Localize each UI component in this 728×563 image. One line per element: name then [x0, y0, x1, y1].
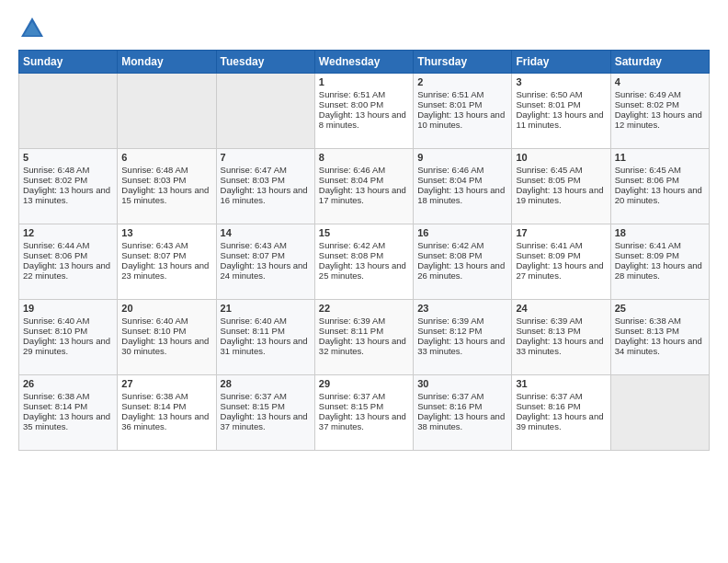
daylight-text: Daylight: 13 hours and 37 minutes.	[221, 411, 308, 431]
calendar-week-row: 1Sunrise: 6:51 AMSunset: 8:00 PMDaylight…	[19, 74, 710, 149]
calendar-cell: 18Sunrise: 6:41 AMSunset: 8:09 PMDayligh…	[610, 224, 709, 300]
day-number: 21	[221, 303, 311, 314]
daylight-text: Daylight: 13 hours and 36 minutes.	[121, 411, 209, 431]
day-number: 31	[516, 378, 606, 389]
calendar-cell: 27Sunrise: 6:38 AMSunset: 8:14 PMDayligh…	[118, 375, 216, 451]
sunrise-text: Sunrise: 6:39 AM	[516, 316, 582, 326]
header	[18, 15, 710, 42]
calendar-cell: 31Sunrise: 6:37 AMSunset: 8:16 PMDayligh…	[512, 375, 610, 451]
sunset-text: Sunset: 8:15 PM	[221, 401, 285, 411]
sunrise-text: Sunrise: 6:41 AM	[615, 240, 681, 250]
calendar-cell: 16Sunrise: 6:42 AMSunset: 8:08 PMDayligh…	[414, 224, 512, 300]
calendar-cell	[118, 74, 216, 149]
day-number: 28	[221, 378, 311, 389]
daylight-text: Daylight: 13 hours and 33 minutes.	[417, 336, 505, 356]
daylight-text: Daylight: 13 hours and 30 minutes.	[121, 336, 209, 356]
calendar-cell: 1Sunrise: 6:51 AMSunset: 8:00 PMDaylight…	[314, 74, 413, 149]
daylight-text: Daylight: 13 hours and 33 minutes.	[516, 336, 603, 356]
day-number: 5	[23, 152, 113, 163]
calendar-cell: 9Sunrise: 6:46 AMSunset: 8:04 PMDaylight…	[414, 149, 512, 224]
daylight-text: Daylight: 13 hours and 10 minutes.	[417, 109, 505, 130]
day-number: 15	[319, 227, 409, 238]
sunrise-text: Sunrise: 6:46 AM	[417, 165, 483, 175]
sunrise-text: Sunrise: 6:37 AM	[516, 391, 582, 401]
logo-icon	[18, 15, 46, 42]
logo	[18, 15, 50, 42]
daylight-text: Daylight: 13 hours and 22 minutes.	[23, 260, 110, 281]
sunset-text: Sunset: 8:13 PM	[516, 326, 580, 336]
day-number: 13	[121, 227, 211, 238]
day-number: 23	[417, 303, 507, 314]
calendar-cell: 26Sunrise: 6:38 AMSunset: 8:14 PMDayligh…	[19, 375, 118, 451]
sunset-text: Sunset: 8:02 PM	[615, 99, 679, 109]
day-number: 16	[417, 227, 507, 238]
calendar-cell: 17Sunrise: 6:41 AMSunset: 8:09 PMDayligh…	[512, 224, 610, 300]
daylight-text: Daylight: 13 hours and 24 minutes.	[221, 260, 308, 281]
sunset-text: Sunset: 8:06 PM	[615, 175, 679, 185]
sunset-text: Sunset: 8:09 PM	[516, 250, 580, 260]
day-number: 8	[319, 152, 409, 163]
day-number: 14	[221, 227, 311, 238]
sunrise-text: Sunrise: 6:40 AM	[221, 316, 287, 326]
daylight-text: Daylight: 13 hours and 32 minutes.	[319, 336, 406, 356]
sunrise-text: Sunrise: 6:45 AM	[615, 165, 681, 175]
calendar-cell: 20Sunrise: 6:40 AMSunset: 8:10 PMDayligh…	[118, 300, 216, 375]
sunrise-text: Sunrise: 6:49 AM	[615, 89, 681, 99]
day-number: 27	[121, 378, 211, 389]
col-header-monday: Monday	[118, 51, 216, 74]
sunset-text: Sunset: 8:04 PM	[417, 175, 482, 185]
day-number: 19	[23, 303, 113, 314]
day-number: 11	[615, 152, 705, 163]
sunset-text: Sunset: 8:14 PM	[121, 401, 186, 411]
sunset-text: Sunset: 8:11 PM	[221, 326, 285, 336]
daylight-text: Daylight: 13 hours and 37 minutes.	[319, 411, 406, 431]
calendar-cell	[216, 74, 314, 149]
calendar-cell: 2Sunrise: 6:51 AMSunset: 8:01 PMDaylight…	[414, 74, 512, 149]
sunset-text: Sunset: 8:11 PM	[319, 326, 383, 336]
daylight-text: Daylight: 13 hours and 31 minutes.	[221, 336, 308, 356]
sunset-text: Sunset: 8:15 PM	[319, 401, 383, 411]
sunset-text: Sunset: 8:00 PM	[319, 99, 383, 109]
calendar-cell: 4Sunrise: 6:49 AMSunset: 8:02 PMDaylight…	[610, 74, 709, 149]
calendar-cell: 7Sunrise: 6:47 AMSunset: 8:03 PMDaylight…	[216, 149, 314, 224]
daylight-text: Daylight: 13 hours and 15 minutes.	[121, 185, 209, 205]
calendar-cell: 19Sunrise: 6:40 AMSunset: 8:10 PMDayligh…	[19, 300, 118, 375]
calendar-table: SundayMondayTuesdayWednesdayThursdayFrid…	[18, 50, 710, 451]
sunset-text: Sunset: 8:07 PM	[221, 250, 285, 260]
sunset-text: Sunset: 8:08 PM	[319, 250, 383, 260]
daylight-text: Daylight: 13 hours and 12 minutes.	[615, 109, 702, 130]
day-number: 12	[23, 227, 113, 238]
sunset-text: Sunset: 8:02 PM	[23, 175, 87, 185]
daylight-text: Daylight: 13 hours and 20 minutes.	[615, 185, 702, 205]
daylight-text: Daylight: 13 hours and 26 minutes.	[417, 260, 505, 281]
calendar-week-row: 26Sunrise: 6:38 AMSunset: 8:14 PMDayligh…	[19, 375, 710, 451]
page: SundayMondayTuesdayWednesdayThursdayFrid…	[0, 0, 728, 460]
sunset-text: Sunset: 8:10 PM	[23, 326, 87, 336]
calendar-cell: 12Sunrise: 6:44 AMSunset: 8:06 PMDayligh…	[19, 224, 118, 300]
calendar-week-row: 19Sunrise: 6:40 AMSunset: 8:10 PMDayligh…	[19, 300, 710, 375]
sunrise-text: Sunrise: 6:44 AM	[23, 240, 89, 250]
day-number: 7	[221, 152, 311, 163]
daylight-text: Daylight: 13 hours and 29 minutes.	[23, 336, 110, 356]
sunrise-text: Sunrise: 6:51 AM	[417, 89, 483, 99]
calendar-week-row: 12Sunrise: 6:44 AMSunset: 8:06 PMDayligh…	[19, 224, 710, 300]
daylight-text: Daylight: 13 hours and 19 minutes.	[516, 185, 603, 205]
calendar-cell: 25Sunrise: 6:38 AMSunset: 8:13 PMDayligh…	[610, 300, 709, 375]
day-number: 29	[319, 378, 409, 389]
daylight-text: Daylight: 13 hours and 28 minutes.	[615, 260, 702, 281]
calendar-cell: 28Sunrise: 6:37 AMSunset: 8:15 PMDayligh…	[216, 375, 314, 451]
calendar-cell	[610, 375, 709, 451]
sunrise-text: Sunrise: 6:42 AM	[319, 240, 385, 250]
sunrise-text: Sunrise: 6:45 AM	[516, 165, 582, 175]
sunset-text: Sunset: 8:16 PM	[516, 401, 580, 411]
col-header-thursday: Thursday	[414, 51, 512, 74]
calendar-cell: 6Sunrise: 6:48 AMSunset: 8:03 PMDaylight…	[118, 149, 216, 224]
daylight-text: Daylight: 13 hours and 16 minutes.	[221, 185, 308, 205]
sunset-text: Sunset: 8:01 PM	[516, 99, 580, 109]
sunrise-text: Sunrise: 6:43 AM	[221, 240, 287, 250]
daylight-text: Daylight: 13 hours and 17 minutes.	[319, 185, 406, 205]
sunrise-text: Sunrise: 6:42 AM	[417, 240, 483, 250]
day-number: 1	[319, 76, 409, 87]
sunrise-text: Sunrise: 6:37 AM	[319, 391, 385, 401]
calendar-cell: 22Sunrise: 6:39 AMSunset: 8:11 PMDayligh…	[314, 300, 413, 375]
